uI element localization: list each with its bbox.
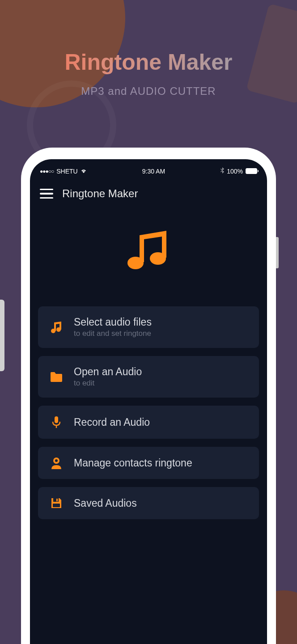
menu-item-subtitle: to edit and set ringtone: [74, 329, 248, 338]
status-right: 100%: [221, 167, 257, 175]
menu-item-title: Record an Audio: [74, 416, 248, 428]
save-icon: [49, 497, 64, 509]
phone-screen: ●●●○○ SHETU 9:30 AM 100% Ringtone Maker: [30, 159, 267, 644]
svg-point-0: [127, 257, 144, 269]
battery-icon: [246, 168, 257, 174]
music-note-icon: [49, 321, 64, 334]
status-time: 9:30 AM: [142, 168, 165, 175]
promo-title: Ringtone Maker: [0, 49, 297, 75]
svg-rect-4: [55, 416, 58, 423]
app-title: Ringtone Maker: [62, 187, 138, 200]
menu-item-title: Select audio files: [74, 316, 248, 328]
svg-rect-9: [56, 499, 58, 501]
wifi-icon: [81, 168, 87, 175]
microphone-icon: [49, 415, 64, 429]
status-left: ●●●○○ SHETU: [40, 168, 87, 175]
carrier-label: SHETU: [56, 168, 77, 175]
select-audio-button[interactable]: Select audio files to edit and set ringt…: [38, 306, 259, 348]
status-bar: ●●●○○ SHETU 9:30 AM 100%: [30, 159, 267, 179]
bluetooth-icon: [221, 167, 224, 175]
menu-item-title: Saved Audios: [74, 497, 248, 509]
contact-icon: [49, 457, 64, 469]
app-header: Ringtone Maker: [30, 179, 267, 211]
signal-dots-icon: ●●●○○: [40, 168, 54, 174]
manage-contacts-button[interactable]: Manage contacts ringtone: [38, 447, 259, 479]
saved-audios-button[interactable]: Saved Audios: [38, 487, 259, 519]
bg-left-handle: [0, 300, 4, 371]
svg-rect-10: [53, 504, 60, 507]
open-audio-button[interactable]: Open an Audio to edit: [38, 356, 259, 398]
menu-icon[interactable]: [40, 189, 53, 199]
svg-point-7: [55, 459, 58, 462]
folder-icon: [49, 371, 64, 383]
svg-rect-8: [53, 498, 59, 502]
hero-music-icon: [30, 211, 267, 306]
menu-item-subtitle: to edit: [74, 379, 248, 388]
svg-point-1: [150, 252, 166, 265]
record-audio-button[interactable]: Record an Audio: [38, 406, 259, 439]
svg-point-2: [51, 329, 55, 333]
phone-frame: ●●●○○ SHETU 9:30 AM 100% Ringtone Maker: [21, 148, 276, 644]
battery-percent: 100%: [227, 168, 243, 175]
main-menu: Select audio files to edit and set ringt…: [30, 306, 267, 519]
promo-subtitle: MP3 and AUDIO CUTTER: [0, 85, 297, 97]
phone-side-button: [276, 237, 279, 268]
menu-item-title: Manage contacts ringtone: [74, 457, 248, 469]
menu-item-title: Open an Audio: [74, 366, 248, 378]
svg-point-3: [56, 327, 61, 332]
